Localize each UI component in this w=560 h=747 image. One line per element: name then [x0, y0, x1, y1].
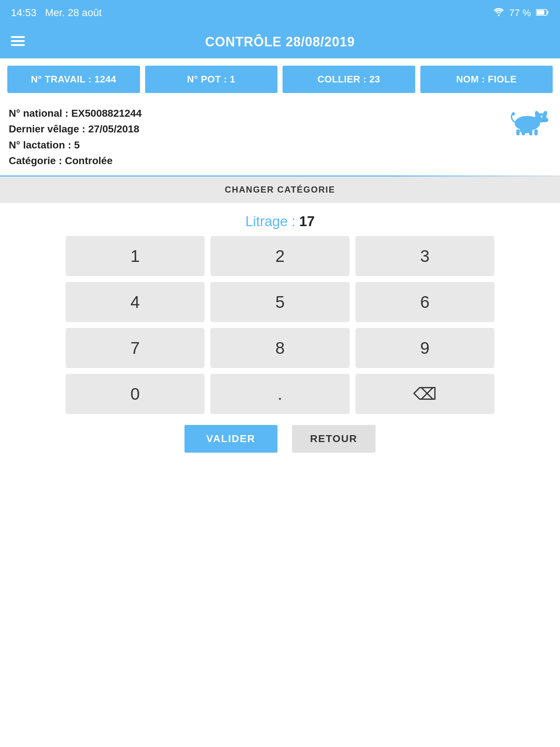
lactation-number: N° lactation : 5 — [9, 137, 551, 153]
battery-label: 77 % — [509, 7, 531, 19]
info-card-pot[interactable]: N° POT : 1 — [145, 66, 278, 93]
key-1[interactable]: 1 — [66, 236, 205, 276]
categorie-value: Catégorie : Controlée — [9, 153, 551, 169]
key-3[interactable]: 3 — [355, 236, 494, 276]
valider-button[interactable]: VALIDER — [184, 425, 277, 453]
litrage-label: Litrage : — [245, 214, 295, 229]
key-9[interactable]: 9 — [355, 328, 494, 368]
svg-point-13 — [541, 116, 542, 117]
numpad: 1 2 3 4 5 6 7 8 9 0 . ⌫ — [0, 236, 560, 414]
key-8[interactable]: 8 — [210, 328, 349, 368]
cow-icon-container — [509, 102, 549, 137]
wifi-icon — [493, 7, 504, 19]
key-backspace[interactable]: ⌫ — [355, 374, 494, 414]
svg-point-18 — [512, 112, 515, 116]
key-7[interactable]: 7 — [66, 328, 205, 368]
litrage-row: Litrage : 17 — [0, 214, 560, 229]
status-time-date: 14:53 Mer. 28 août — [11, 7, 102, 19]
svg-rect-17 — [534, 129, 538, 135]
status-bar: 14:53 Mer. 28 août 77 % — [0, 0, 560, 26]
svg-rect-3 — [537, 10, 544, 15]
app-header: CONTRÔLE 28/08/2019 — [0, 26, 560, 58]
battery-icon — [536, 7, 549, 19]
velage-date: Dernier vêlage : 27/05/2018 — [9, 121, 551, 137]
svg-point-21 — [546, 120, 547, 121]
svg-rect-4 — [11, 36, 25, 38]
key-0[interactable]: 0 — [66, 374, 205, 414]
svg-rect-5 — [11, 40, 25, 42]
svg-point-0 — [498, 14, 499, 16]
backspace-icon: ⌫ — [413, 384, 437, 403]
app-title: CONTRÔLE 28/08/2019 — [205, 34, 355, 50]
key-2[interactable]: 2 — [210, 236, 349, 276]
status-icons: 77 % — [493, 7, 549, 19]
info-card-collier[interactable]: COLLIER : 23 — [283, 66, 415, 93]
national-number: N° national : EX5008821244 — [9, 105, 551, 121]
svg-rect-14 — [516, 129, 520, 135]
key-4[interactable]: 4 — [66, 282, 205, 322]
info-cards-row: N° TRAVAIL : 1244 N° POT : 1 COLLIER : 2… — [0, 58, 560, 99]
key-5[interactable]: 5 — [210, 282, 349, 322]
retour-button[interactable]: RETOUR — [292, 425, 376, 453]
status-time: 14:53 — [11, 7, 36, 18]
cow-icon — [509, 102, 549, 135]
key-dot[interactable]: . — [210, 374, 349, 414]
litrage-value: 17 — [299, 214, 315, 229]
animal-info: N° national : EX5008821244 Dernier vêlag… — [0, 99, 560, 173]
svg-rect-6 — [11, 44, 25, 46]
svg-rect-2 — [547, 11, 548, 14]
info-card-travail[interactable]: N° TRAVAIL : 1244 — [7, 66, 140, 93]
change-category-button[interactable]: CHANGER CATÉGORIE — [0, 177, 560, 203]
svg-point-19 — [520, 128, 532, 133]
action-buttons: VALIDER RETOUR — [0, 425, 560, 453]
status-date: Mer. 28 août — [45, 7, 102, 18]
svg-point-11 — [542, 117, 548, 122]
info-card-nom[interactable]: NOM : FIOLE — [420, 66, 553, 93]
svg-point-20 — [543, 120, 545, 121]
menu-icon[interactable] — [11, 34, 25, 50]
key-6[interactable]: 6 — [355, 282, 494, 322]
